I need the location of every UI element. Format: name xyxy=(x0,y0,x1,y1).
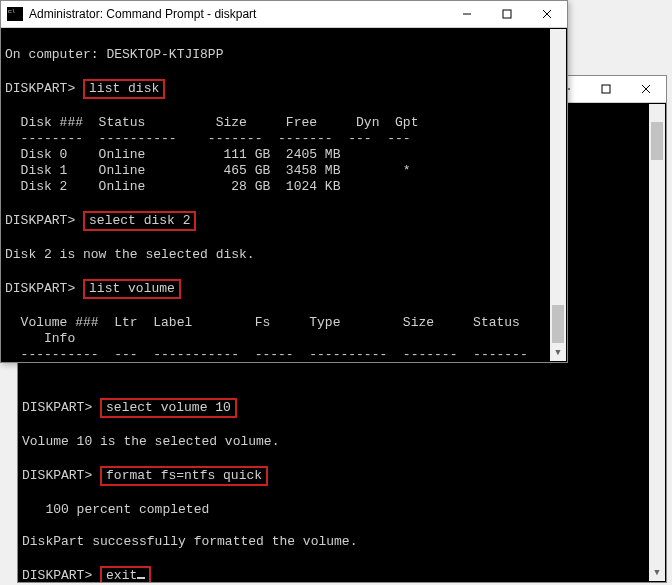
minimize-button[interactable] xyxy=(447,1,487,27)
cmd-list-volume: list volume xyxy=(83,279,181,299)
cmd-select-volume: select volume 10 xyxy=(100,398,237,418)
prompt: DISKPART> xyxy=(5,81,75,96)
scroll-thumb[interactable] xyxy=(651,122,663,160)
success-msg: DiskPart successfully formatted the volu… xyxy=(22,534,357,549)
cmd-list-disk: list disk xyxy=(83,79,165,99)
scroll-track[interactable] xyxy=(550,45,566,345)
close-button[interactable] xyxy=(626,76,666,102)
disk-row: Disk 2 Online 28 GB 1024 KB xyxy=(5,179,340,194)
scrollbar[interactable]: ▲ ▼ xyxy=(649,104,665,581)
vol-header-cont: Info xyxy=(5,331,75,346)
disk-row: Disk 0 Online 111 GB 2405 MB xyxy=(5,147,340,162)
prompt: DISKPART> xyxy=(22,400,92,415)
cmd-select-disk: select disk 2 xyxy=(83,211,196,231)
progress-msg: 100 percent completed xyxy=(22,502,209,517)
cmd-icon xyxy=(7,7,23,21)
cursor xyxy=(137,577,145,579)
vol-header: Volume ### Ltr Label Fs Type Size Status xyxy=(5,315,520,330)
maximize-button[interactable] xyxy=(586,76,626,102)
disk-header: Disk ### Status Size Free Dyn Gpt xyxy=(5,115,418,130)
cmd-format: format fs=ntfs quick xyxy=(100,466,268,486)
scroll-thumb[interactable] xyxy=(552,305,564,343)
computer-line: On computer: DESKTOP-KTJI8PP xyxy=(5,47,223,62)
prompt: DISKPART> xyxy=(5,281,75,296)
disk-sep: -------- ---------- ------- ------- --- … xyxy=(5,131,411,146)
maximize-button[interactable] xyxy=(487,1,527,27)
disk-row: Disk 1 Online 465 GB 3458 MB * xyxy=(5,163,411,178)
window-title: Administrator: Command Prompt - diskpart xyxy=(29,7,447,21)
titlebar[interactable]: Administrator: Command Prompt - diskpart xyxy=(1,1,567,28)
selected-volume-msg: Volume 10 is the selected volume. xyxy=(22,434,279,449)
scroll-down-icon[interactable]: ▼ xyxy=(649,565,665,581)
close-button[interactable] xyxy=(527,1,567,27)
prompt: DISKPART> xyxy=(5,213,75,228)
prompt: DISKPART> xyxy=(22,468,92,483)
svg-rect-5 xyxy=(503,10,511,18)
scroll-track[interactable] xyxy=(649,120,665,565)
scrollbar[interactable]: ▲ ▼ xyxy=(550,29,566,361)
svg-rect-1 xyxy=(602,85,610,93)
terminal-front[interactable]: On computer: DESKTOP-KTJI8PP DISKPART> l… xyxy=(1,28,567,362)
selected-disk-msg: Disk 2 is now the selected disk. xyxy=(5,247,255,262)
foreground-window: Administrator: Command Prompt - diskpart… xyxy=(0,0,568,363)
scroll-down-icon[interactable]: ▼ xyxy=(550,345,566,361)
prompt: DISKPART> xyxy=(22,568,92,582)
vol-sep: ---------- --- ----------- ----- -------… xyxy=(5,347,528,362)
cmd-exit: exit xyxy=(100,566,151,582)
